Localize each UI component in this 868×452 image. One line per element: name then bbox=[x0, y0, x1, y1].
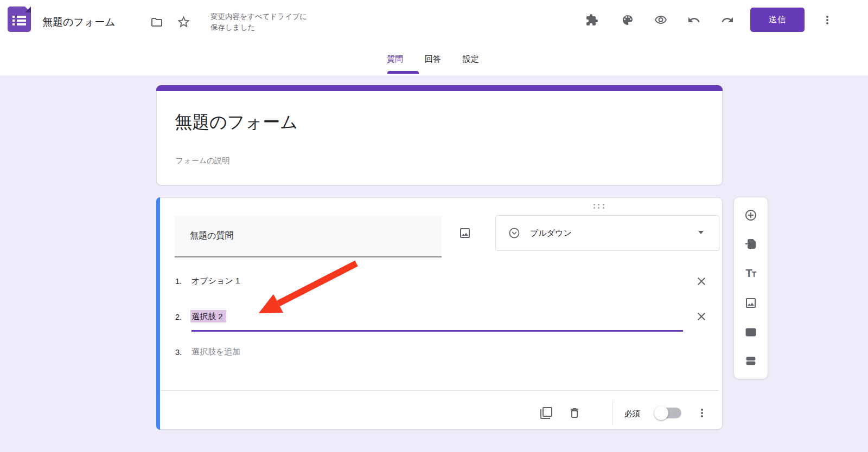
duplicate-icon[interactable] bbox=[540, 406, 553, 419]
option-number: 3. bbox=[175, 348, 182, 357]
focused-option-underline bbox=[192, 330, 683, 332]
form-title-input[interactable]: 無題のフォーム bbox=[175, 111, 298, 134]
footer-divider bbox=[161, 390, 719, 391]
google-forms-editor: 無題のフォーム 変更内容をすべてドライブに保存しました 送信 質問 回答 設定 … bbox=[0, 0, 868, 452]
remove-option-icon[interactable] bbox=[695, 310, 708, 323]
footer-separator bbox=[612, 401, 613, 425]
question-type-label: プルダウン bbox=[530, 228, 572, 238]
form-description-input[interactable]: フォームの説明 bbox=[176, 156, 229, 166]
star-icon[interactable] bbox=[176, 15, 191, 29]
add-video-icon[interactable] bbox=[744, 326, 757, 339]
kebab-menu-icon[interactable] bbox=[695, 406, 709, 419]
drag-handle[interactable] bbox=[592, 203, 606, 210]
option-input[interactable]: オプション 1 bbox=[192, 276, 240, 286]
redo-icon[interactable] bbox=[721, 14, 734, 27]
caret-down-icon bbox=[698, 231, 704, 234]
question-type-dropdown[interactable]: プルダウン bbox=[495, 215, 719, 251]
tab-settings[interactable]: 設定 bbox=[463, 54, 479, 64]
trash-icon[interactable] bbox=[568, 406, 581, 419]
import-questions-icon[interactable] bbox=[744, 237, 757, 250]
form-title-field[interactable]: 無題のフォーム bbox=[42, 15, 116, 29]
add-question-icon[interactable] bbox=[744, 209, 757, 222]
folder-icon[interactable] bbox=[150, 16, 163, 29]
dropdown-circle-icon bbox=[508, 227, 521, 240]
add-option-input[interactable]: 選択肢を追加 bbox=[192, 347, 240, 357]
active-tab-indicator bbox=[387, 71, 419, 74]
forms-logo-icon[interactable] bbox=[8, 7, 31, 32]
insert-toolbar: TT bbox=[733, 197, 768, 379]
option-input-selected[interactable]: 選択肢 2 bbox=[192, 312, 226, 322]
theme-color-strip bbox=[156, 85, 723, 91]
question-card: 無題の質問 プルダウン 1. オプション 1 2. 選択肢 2 3. 選択肢を追… bbox=[156, 197, 723, 430]
form-header-card: 無題のフォーム フォームの説明 bbox=[156, 85, 723, 185]
toggle-thumb bbox=[654, 406, 668, 420]
undo-icon[interactable] bbox=[687, 14, 700, 27]
eye-preview-icon[interactable] bbox=[654, 14, 667, 27]
add-image-icon[interactable] bbox=[744, 296, 757, 309]
tab-responses[interactable]: 回答 bbox=[425, 54, 441, 64]
add-image-icon[interactable] bbox=[458, 227, 471, 240]
selected-text: 選択肢 2 bbox=[190, 310, 226, 322]
add-section-icon[interactable] bbox=[744, 354, 757, 367]
option-number: 2. bbox=[175, 313, 182, 321]
send-button[interactable]: 送信 bbox=[750, 8, 805, 32]
puzzle-addons-icon[interactable] bbox=[585, 14, 598, 27]
tab-questions[interactable]: 質問 bbox=[387, 54, 403, 64]
question-title-input[interactable]: 無題の質問 bbox=[175, 216, 442, 257]
save-status-text: 変更内容をすべてドライブに保存しました bbox=[210, 11, 311, 33]
add-title-text-icon[interactable]: TT bbox=[746, 267, 756, 281]
option-number: 1. bbox=[175, 277, 182, 286]
active-question-indicator bbox=[156, 197, 160, 430]
required-label: 必須 bbox=[624, 409, 640, 419]
app-header: 無題のフォーム 変更内容をすべてドライブに保存しました 送信 質問 回答 設定 bbox=[0, 0, 868, 75]
remove-option-icon[interactable] bbox=[695, 275, 708, 288]
palette-theme-icon[interactable] bbox=[621, 14, 634, 27]
kebab-menu-icon[interactable] bbox=[821, 14, 834, 27]
required-toggle[interactable] bbox=[655, 408, 681, 418]
